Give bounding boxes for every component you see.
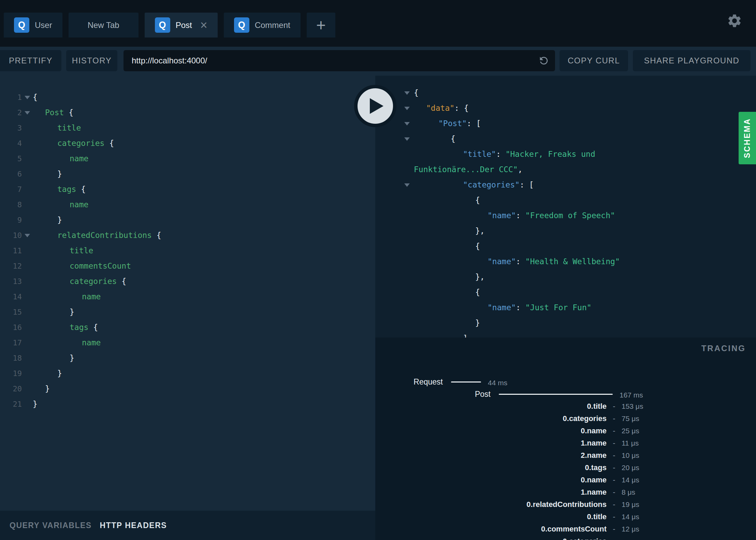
code-text: } <box>33 212 62 228</box>
query-line: 17name <box>0 335 375 350</box>
code-text: { <box>414 285 480 300</box>
prettify-button[interactable]: PRETTIFY <box>0 50 61 71</box>
new-tab-button[interactable]: + <box>307 13 335 38</box>
code-text: { <box>414 193 480 208</box>
tab-comment[interactable]: QComment <box>224 13 301 38</box>
dash: - <box>607 425 622 437</box>
query-icon: Q <box>155 17 170 33</box>
fold-gutter <box>375 331 414 338</box>
fold-arrow-icon[interactable] <box>375 131 414 147</box>
fold-gutter <box>375 269 414 285</box>
settings-gear-icon[interactable] <box>727 13 742 29</box>
resolver-time: 14 μs <box>622 474 639 486</box>
token: "name" <box>488 303 516 312</box>
share-playground-button[interactable]: SHARE PLAYGROUND <box>633 50 751 71</box>
response-json: {"data": {"Post": [{"title": "Hacker, Fr… <box>375 76 756 338</box>
dash: - <box>607 474 622 486</box>
fold-gutter <box>375 162 414 177</box>
query-line: 1{ <box>0 90 375 105</box>
token: title <box>57 123 81 132</box>
http-headers-tab[interactable]: HTTP HEADERS <box>100 521 167 530</box>
code-text: categories { <box>33 136 114 151</box>
token: , <box>518 165 523 174</box>
fold-arrow-icon[interactable] <box>22 105 33 120</box>
tracing-row: 1.name-8 μs <box>375 486 756 498</box>
query-line: 18} <box>0 350 375 366</box>
dash: - <box>607 412 622 425</box>
fold-arrow-icon[interactable] <box>375 177 414 193</box>
token: name <box>82 338 101 347</box>
code-text: } <box>33 350 74 366</box>
fold-gutter <box>22 366 33 381</box>
line-number: 17 <box>0 335 22 350</box>
close-tab-icon[interactable]: × <box>200 19 207 31</box>
reload-icon[interactable] <box>538 55 550 66</box>
query-icon: Q <box>234 17 249 33</box>
code-text: { <box>414 239 480 254</box>
endpoint-url-input[interactable] <box>123 50 526 71</box>
schema-tab-label: SCHEMA <box>743 118 752 158</box>
query-variables-tab[interactable]: QUERY VARIABLES <box>10 521 92 530</box>
fold-gutter <box>22 120 33 136</box>
token: Funktionäre...Der CCC" <box>414 165 518 174</box>
code-text: relatedContributions { <box>33 228 161 243</box>
response-line: Funktionäre...Der CCC", <box>375 162 756 177</box>
query-line: 7tags { <box>0 182 375 197</box>
query-editor[interactable]: 1{2Post {3title4categories {5name6}7tags… <box>0 76 375 540</box>
code-text: }, <box>414 223 485 239</box>
token: { <box>414 88 419 97</box>
response-line: "Post": [ <box>375 116 756 131</box>
fold-gutter <box>22 289 33 304</box>
token: { <box>88 323 98 332</box>
line-number: 6 <box>0 166 22 182</box>
query-line: 20} <box>0 381 375 396</box>
response-line: }, <box>375 223 756 239</box>
token: { <box>104 139 114 148</box>
fold-gutter <box>375 193 414 208</box>
code-text: } <box>33 381 50 396</box>
response-line: "name": "Health & Wellbeing" <box>375 254 756 269</box>
line-number: 9 <box>0 212 22 228</box>
query-icon: Q <box>14 17 29 33</box>
code-text: "name": "Just For Fun" <box>414 300 592 315</box>
resolver-path: 0.title <box>375 511 607 523</box>
code-text: } <box>414 315 480 331</box>
resolver-time: 8 μs <box>622 486 635 498</box>
line-number: 16 <box>0 320 22 335</box>
token: "Just For Fun" <box>525 303 592 312</box>
endpoint-url-field <box>123 50 555 71</box>
token: } <box>70 354 74 362</box>
token: } <box>57 169 62 178</box>
copy-curl-button[interactable]: COPY CURL <box>559 50 628 71</box>
response-line: } <box>375 315 756 331</box>
fold-arrow-icon[interactable] <box>22 228 33 243</box>
token: ] <box>463 334 468 338</box>
fold-gutter <box>375 285 414 300</box>
play-icon <box>370 98 383 114</box>
code-text: Funktionäre...Der CCC", <box>414 162 523 177</box>
dash: - <box>607 511 622 523</box>
token: { <box>475 196 480 205</box>
fold-gutter <box>375 300 414 315</box>
token: "Post" <box>438 119 467 128</box>
tracing-row: 0.name-14 μs <box>375 474 756 486</box>
history-button[interactable]: HISTORY <box>66 50 117 71</box>
tab-new-tab[interactable]: New Tab <box>69 13 139 38</box>
execute-query-button[interactable] <box>354 85 396 127</box>
token: "data" <box>426 104 454 112</box>
line-number: 14 <box>0 289 22 304</box>
tab-label: New Tab <box>88 20 119 30</box>
token: relatedContributions <box>57 231 152 240</box>
code-text: ] <box>414 331 468 338</box>
fold-arrow-icon[interactable] <box>22 90 33 105</box>
tab-user[interactable]: QUser <box>4 13 62 38</box>
tab-post[interactable]: QPost× <box>145 13 218 38</box>
resolver-path: 0.title <box>375 400 607 412</box>
code-text: }, <box>414 269 485 285</box>
token: name <box>70 200 88 209</box>
token: : { <box>454 104 469 112</box>
token: { <box>152 231 161 240</box>
token: commentsCount <box>70 261 131 270</box>
schema-tab[interactable]: SCHEMA <box>739 112 756 164</box>
resolver-path: 0.tags <box>375 462 607 474</box>
